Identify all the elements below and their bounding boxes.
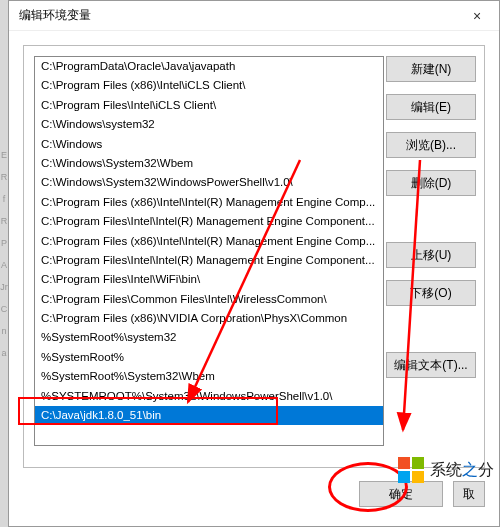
path-row[interactable]: %SystemRoot% [35,348,383,367]
path-row[interactable]: C:\Program Files\Intel\WiFi\bin\ [35,270,383,289]
path-listbox[interactable]: C:\ProgramData\Oracle\Java\javapathC:\Pr… [34,56,384,446]
close-icon: × [473,8,481,24]
ok-button[interactable]: 确定 [359,481,443,507]
watermark-text: 系统之分 [430,460,494,481]
path-row[interactable]: C:\Windows\System32\Wbem [35,154,383,173]
path-row[interactable]: C:\Windows [35,135,383,154]
move-up-button[interactable]: 上移(U) [386,242,476,268]
dialog-title: 编辑环境变量 [19,7,91,24]
path-row[interactable]: C:\Java\jdk1.8.0_51\bin [35,406,383,425]
spacer [386,318,476,340]
move-down-button[interactable]: 下移(O) [386,280,476,306]
cancel-button[interactable]: 取 [453,481,485,507]
path-row[interactable]: C:\ProgramData\Oracle\Java\javapath [35,57,383,76]
close-button[interactable]: × [455,2,499,30]
path-row[interactable]: C:\Program Files\Intel\iCLS Client\ [35,96,383,115]
path-row[interactable]: %SystemRoot%\System32\Wbem [35,367,383,386]
delete-button[interactable]: 删除(D) [386,170,476,196]
backdrop: ERfRPAJrCna 编辑环境变量 × C:\ProgramData\Orac… [0,0,500,527]
path-row[interactable]: %SystemRoot%\system32 [35,328,383,347]
edit-text-button[interactable]: 编辑文本(T)... [386,352,476,378]
new-button[interactable]: 新建(N) [386,56,476,82]
button-column: 新建(N) 编辑(E) 浏览(B)... 删除(D) 上移(U) 下移(O) 编… [386,56,476,378]
path-row[interactable]: %SYSTEMROOT%\System32\WindowsPowerShell\… [35,387,383,406]
edit-button[interactable]: 编辑(E) [386,94,476,120]
ms-logo-icon [398,457,424,483]
spacer [386,208,476,230]
dialog-body: C:\ProgramData\Oracle\Java\javapathC:\Pr… [23,45,485,468]
watermark: 系统之分 [398,457,494,483]
path-row[interactable]: C:\Program Files (x86)\Intel\Intel(R) Ma… [35,232,383,251]
path-row[interactable]: C:\Program Files\Intel\Intel(R) Manageme… [35,212,383,231]
titlebar: 编辑环境变量 × [9,1,499,31]
path-row[interactable]: C:\Program Files\Intel\Intel(R) Manageme… [35,251,383,270]
path-row[interactable]: C:\Program Files (x86)\NVIDIA Corporatio… [35,309,383,328]
path-row[interactable]: C:\Program Files (x86)\Intel\Intel(R) Ma… [35,193,383,212]
path-row[interactable]: C:\Windows\system32 [35,115,383,134]
background-left-strip: ERfRPAJrCna [0,0,8,527]
browse-button[interactable]: 浏览(B)... [386,132,476,158]
edit-env-var-dialog: 编辑环境变量 × C:\ProgramData\Oracle\Java\java… [8,0,500,527]
path-row[interactable]: C:\Windows\System32\WindowsPowerShell\v1… [35,173,383,192]
path-row[interactable]: C:\Program Files\Common Files\Intel\Wire… [35,290,383,309]
path-row[interactable]: C:\Program Files (x86)\Intel\iCLS Client… [35,76,383,95]
